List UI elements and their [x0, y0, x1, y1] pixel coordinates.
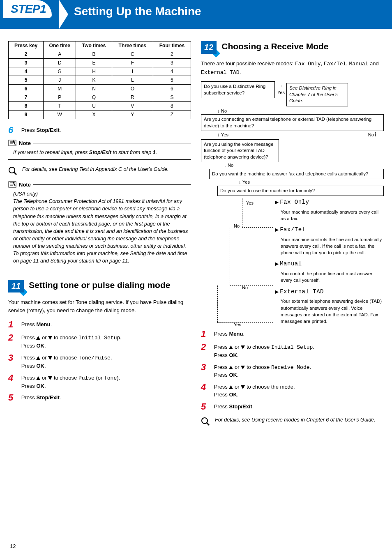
- text: Press: [21, 375, 37, 381]
- table-cell: Y: [112, 111, 153, 119]
- step-number: 5: [8, 392, 20, 403]
- text: or: [40, 375, 48, 381]
- mono-text: Initial Setup: [271, 344, 313, 350]
- table-cell: I: [112, 67, 153, 76]
- table-row: 9WXYZ: [9, 111, 191, 119]
- text: to choose: [245, 364, 271, 370]
- flow-no: No: [368, 132, 374, 137]
- step-number: 5: [201, 401, 212, 412]
- note-icon: [8, 181, 16, 188]
- step-number: 1: [8, 319, 20, 330]
- step-11-1: 1 Press Menu.: [8, 319, 191, 330]
- up-arrow-icon: [229, 366, 233, 369]
- text: to choose: [52, 334, 78, 341]
- table-row: 3DEF3: [9, 59, 191, 67]
- page-title: Setting Up the Machine: [74, 5, 201, 18]
- mode-fax-tel: Fax/Tel: [280, 226, 305, 233]
- receive-mode-flowchart: Do you use a Distinctive Ring subscriber…: [201, 81, 384, 329]
- divider: [33, 184, 191, 185]
- step-text: Press or to choose Tone/Pulse. Press OK.: [21, 352, 190, 370]
- text: .: [310, 364, 311, 370]
- chevron-right-icon: [59, 0, 68, 29]
- up-arrow-icon: [36, 336, 40, 340]
- table-cell: 2: [9, 50, 44, 59]
- text: Press: [214, 352, 229, 358]
- svg-line-5: [207, 423, 209, 425]
- text-bold: OK: [229, 391, 237, 398]
- section-11-header: 11 Setting tone or pulse dialing mode: [8, 280, 191, 292]
- text: .: [237, 391, 239, 398]
- text: Press: [21, 127, 37, 133]
- text-bold: Stop/Exit: [36, 394, 59, 401]
- table-cell: 3: [9, 59, 44, 67]
- table-cell: E: [76, 59, 112, 67]
- mono-text: Initial Setup: [78, 335, 120, 341]
- table-cell: C: [112, 50, 153, 59]
- text: Press: [21, 394, 37, 401]
- text: or: [233, 384, 241, 390]
- text-bold: Menu: [229, 331, 243, 337]
- up-arrow-icon: [36, 356, 40, 360]
- right-column: 12 Choosing a Receive Mode There are fou…: [201, 41, 384, 432]
- table-header: One time: [44, 41, 76, 50]
- step-text: Press or to choose Initial Setup. Press …: [21, 332, 190, 350]
- text-bold: OK: [36, 363, 44, 369]
- text: Press: [21, 343, 37, 349]
- table-header: Press key: [9, 41, 44, 50]
- section-badge: 11: [8, 280, 24, 292]
- info-text: For details, see Entering Text in Append…: [22, 166, 169, 173]
- text: Press: [214, 384, 229, 390]
- info-text: For details, see Using receive modes in …: [215, 416, 376, 424]
- magnifier-icon: [201, 417, 210, 426]
- info-callout: For details, see Entering Text in Append…: [8, 166, 191, 175]
- table-row: 6MNO6: [9, 85, 191, 93]
- flow-no: No: [242, 285, 248, 291]
- mono-text: Pulse: [78, 375, 95, 381]
- note-label: Note: [19, 182, 31, 188]
- note-label: Note: [19, 140, 31, 146]
- text: .: [237, 372, 239, 378]
- table-cell: L: [112, 76, 153, 85]
- section-intro: Your machine comes set for Tone dialing …: [8, 298, 191, 314]
- text-bold: Stop/Exit: [89, 150, 111, 155]
- mode-external-tad-desc: Your external telephone answering device…: [275, 298, 384, 324]
- page-number: 12: [10, 543, 16, 549]
- table-cell: Q: [76, 93, 112, 102]
- step-text: Press or to choose Receive Mode. Press O…: [214, 362, 383, 380]
- text-bold: Stop/Exit: [229, 403, 252, 410]
- step-12-5: 5 Press Stop/Exit.: [201, 401, 384, 412]
- text: .: [44, 343, 46, 349]
- step-11-2: 2 Press or to choose Initial Setup. Pres…: [8, 332, 191, 350]
- table-cell: 6: [9, 85, 44, 93]
- flow-q4: Do you want the machine to answer fax an…: [209, 169, 384, 180]
- table-cell: O: [112, 85, 153, 93]
- table-cell: J: [44, 76, 76, 85]
- section-12-header: 12 Choosing a Receive Mode: [201, 41, 384, 54]
- text: .: [313, 344, 314, 350]
- text: Press: [21, 355, 37, 361]
- down-arrow-icon: [48, 356, 52, 360]
- step-11-3: 3 Press or to choose Tone/Pulse. Press O…: [8, 352, 191, 370]
- text: Press: [214, 391, 229, 398]
- flow-q1-yes-result: See Distinctive Ring in Chapter 7 of the…: [286, 83, 348, 106]
- step-text: Press or to choose the mode. Press OK.: [214, 382, 383, 399]
- table-cell: R: [112, 93, 153, 102]
- text: .: [50, 321, 52, 327]
- step-text: Press or to choose Initial Setup. Press …: [214, 342, 383, 359]
- table-cell: F: [112, 59, 153, 67]
- table-cell: S: [153, 93, 191, 102]
- table-cell: 3: [153, 59, 191, 67]
- section-title: Choosing a Receive Mode: [221, 41, 328, 51]
- table-cell: H: [76, 67, 112, 76]
- table-cell: 8: [9, 102, 44, 111]
- step-number: 3: [8, 352, 20, 363]
- mono-text: Tone/Pulse: [78, 355, 111, 361]
- table-cell: V: [112, 102, 153, 111]
- table-cell: 5: [9, 76, 44, 85]
- header-bar: STEP1 Setting Up the Machine: [0, 0, 392, 29]
- up-arrow-icon: [229, 345, 233, 349]
- divider: [33, 143, 191, 143]
- table-cell: W: [44, 111, 76, 119]
- text: Press: [214, 344, 229, 350]
- table-row: 2ABC2: [9, 50, 191, 59]
